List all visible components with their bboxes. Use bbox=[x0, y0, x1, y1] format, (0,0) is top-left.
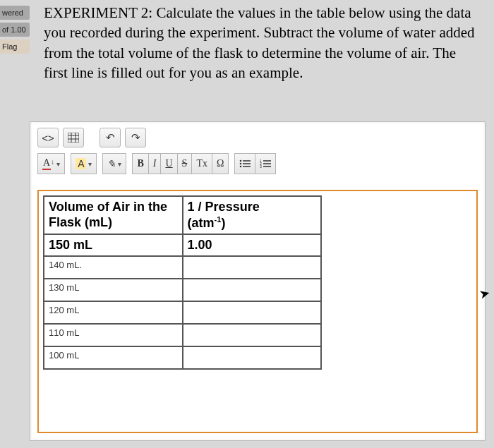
redo-button[interactable]: ↷ bbox=[125, 128, 146, 147]
data-table[interactable]: Volume of Air in the Flask (mL) 1 / Pres… bbox=[43, 195, 322, 370]
table-row: 120 mL bbox=[44, 301, 321, 324]
table-cell[interactable]: 100 mL bbox=[44, 346, 183, 369]
sidebar-item-answered[interactable]: wered bbox=[0, 6, 30, 20]
table-cell[interactable]: 140 mL. bbox=[44, 256, 183, 279]
undo-button[interactable]: ↶ bbox=[100, 128, 121, 147]
sidebar-item-flag[interactable]: Flag bbox=[0, 40, 30, 54]
table-cell[interactable]: 150 mL bbox=[44, 234, 183, 256]
svg-text:3: 3 bbox=[260, 164, 262, 168]
table-row: 110 mL bbox=[44, 324, 321, 346]
format-painter-button[interactable]: ✎ bbox=[102, 153, 126, 174]
instructions-text: EXPERIMENT 2: Calculate the values in th… bbox=[44, 3, 480, 83]
list-ul-icon bbox=[239, 159, 251, 168]
rich-text-editor: <> ↶ ↷ A↓ A ✎ B I U S Tx Ω 123 bbox=[30, 121, 486, 441]
toolbar-row-2: A↓ A ✎ B I U S Tx Ω 123 bbox=[30, 150, 485, 180]
table-icon bbox=[68, 133, 79, 143]
sidebar-item-points[interactable]: of 1.00 bbox=[0, 23, 30, 37]
editor-content-area[interactable]: Volume of Air in the Flask (mL) 1 / Pres… bbox=[37, 190, 478, 433]
font-color-button[interactable]: A↓ bbox=[37, 153, 65, 174]
table-cell[interactable]: 110 mL bbox=[44, 324, 183, 346]
clear-format-button[interactable]: Tx bbox=[192, 153, 212, 174]
table-cell[interactable] bbox=[183, 324, 322, 346]
svg-rect-0 bbox=[68, 133, 79, 143]
bg-color-button[interactable]: A bbox=[71, 153, 97, 174]
table-cell[interactable] bbox=[183, 301, 322, 324]
svg-point-5 bbox=[240, 160, 242, 162]
table-cell[interactable] bbox=[183, 279, 322, 301]
toolbar-row-1: <> ↶ ↷ bbox=[30, 122, 485, 150]
table-header-volume: Volume of Air in the Flask (mL) bbox=[44, 196, 183, 234]
svg-point-7 bbox=[240, 163, 242, 165]
underline-button[interactable]: U bbox=[161, 153, 177, 174]
table-row-example: 150 mL 1.00 bbox=[44, 234, 321, 256]
code-view-button[interactable]: <> bbox=[37, 128, 59, 147]
unordered-list-button[interactable] bbox=[234, 153, 255, 174]
insert-table-button[interactable] bbox=[63, 128, 84, 147]
special-char-button[interactable]: Ω bbox=[212, 153, 229, 174]
sidebar: wered of 1.00 Flag bbox=[0, 6, 30, 54]
list-ol-icon: 123 bbox=[260, 159, 271, 168]
ordered-list-button[interactable]: 123 bbox=[255, 153, 276, 174]
italic-button[interactable]: I bbox=[149, 153, 162, 174]
svg-point-9 bbox=[240, 166, 242, 168]
table-row: 100 mL bbox=[44, 346, 321, 369]
table-row: 130 mL bbox=[44, 279, 321, 301]
table-cell[interactable]: 1.00 bbox=[183, 234, 322, 256]
table-cell[interactable] bbox=[183, 346, 322, 369]
table-cell[interactable]: 130 mL bbox=[44, 279, 183, 301]
strike-button[interactable]: S bbox=[178, 153, 193, 174]
table-header-pressure: 1 / Pressure (atm-1) bbox=[183, 196, 322, 234]
table-row: 140 mL. bbox=[44, 256, 321, 279]
brush-icon: ✎ bbox=[107, 158, 116, 169]
table-cell[interactable] bbox=[183, 256, 322, 279]
table-cell[interactable]: 120 mL bbox=[44, 301, 183, 324]
bold-button[interactable]: B bbox=[132, 153, 148, 174]
